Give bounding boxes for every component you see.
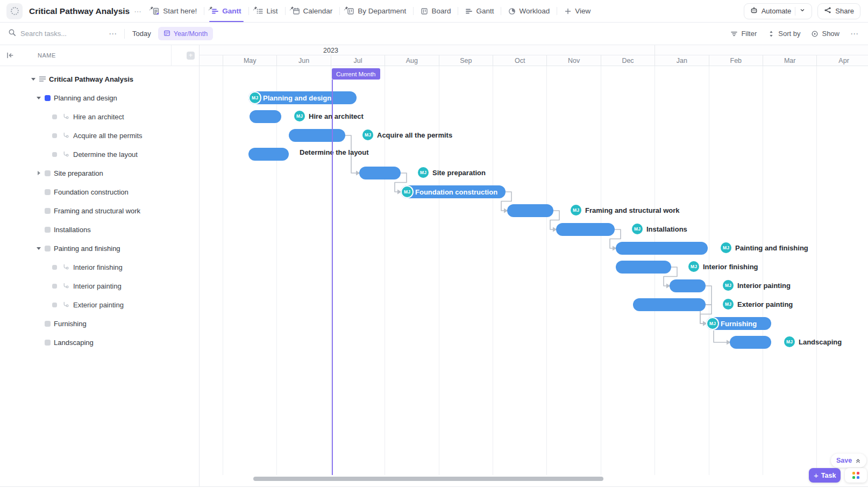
tree-row-label: Foundation construction: [54, 188, 129, 196]
tree-row-label: Critical Pathway Analysis: [49, 75, 133, 83]
tree-row-framing-and-structural-work[interactable]: Framing and structural work: [0, 202, 199, 220]
gantt-toolbar: ⋯ Today Year/Month Filter Sort by Show ⋯: [0, 23, 868, 45]
task-status-icon[interactable]: [45, 321, 51, 327]
assignee-avatar: MJ: [294, 111, 305, 121]
task-status-icon[interactable]: [45, 95, 51, 101]
add-view-button[interactable]: View: [558, 0, 597, 22]
automate-button[interactable]: Automate: [744, 3, 813, 19]
chevron-down-icon[interactable]: [799, 7, 806, 15]
title-more-icon[interactable]: ⋯: [134, 7, 143, 16]
gantt-bar-painting-and-finishing[interactable]: [616, 242, 708, 255]
tree-row-painting-and-finishing[interactable]: Painting and finishing: [0, 239, 199, 258]
gantt-bar-exterior-painting[interactable]: [633, 298, 706, 311]
gantt-bar-hire-an-architect[interactable]: [250, 110, 281, 123]
task-status-icon[interactable]: [52, 114, 57, 119]
gantt-bar-acquire-all-the-permits[interactable]: [289, 129, 345, 142]
year-label: 2023: [320, 47, 341, 54]
gantt-bar-site-preparation[interactable]: [359, 167, 401, 179]
subtask-icon: [62, 283, 69, 290]
gantt-bar-landscaping[interactable]: [730, 336, 771, 349]
gantt-chart: 2023 MayJunJulAugSepOctNovDecJanFebMarAp…: [200, 45, 868, 486]
expand-arrow-icon[interactable]: [35, 97, 42, 99]
search-box[interactable]: [8, 28, 101, 39]
task-status-icon[interactable]: [45, 208, 51, 214]
task-status-icon[interactable]: [52, 152, 57, 157]
tree-row-label: Site preparation: [54, 169, 103, 177]
tree-row-landscaping[interactable]: Landscaping: [0, 333, 199, 352]
month-label: Oct: [493, 55, 546, 66]
tab-calendar[interactable]: Calendar: [286, 0, 339, 22]
task-status-icon[interactable]: [45, 170, 51, 176]
tree-row-planning-and-design[interactable]: Planning and design: [0, 89, 199, 107]
plus-icon: [564, 8, 572, 15]
tree-row-interior-finishing[interactable]: Interior finishing: [0, 258, 199, 277]
gantt-bar-planning-and-design[interactable]: MJPlanning and design: [248, 91, 357, 104]
task-status-icon[interactable]: [45, 189, 51, 195]
tab-workload[interactable]: Workload: [502, 0, 556, 22]
gantt-bar-framing-and-structural-work[interactable]: [507, 204, 553, 217]
search-input[interactable]: [20, 30, 101, 38]
tree-row-hire-an-architect[interactable]: Hire an architect: [0, 107, 199, 126]
tree-row-acquire-all-the-permits[interactable]: Acquire all the permits: [0, 126, 199, 145]
task-name-label: Acquire all the permits: [377, 131, 452, 139]
tree-row-installations[interactable]: Installations: [0, 220, 199, 239]
horizontal-scrollbar[interactable]: [253, 477, 603, 481]
tab-gantt[interactable]: Gantt: [205, 0, 247, 22]
tree-row-interior-painting[interactable]: Interior painting: [0, 277, 199, 296]
tab-gantt[interactable]: Gantt: [459, 0, 500, 22]
filter-button[interactable]: Filter: [730, 30, 757, 38]
expand-arrow-icon[interactable]: [35, 171, 42, 175]
add-task-button[interactable]: + Task: [809, 468, 841, 483]
tree-row-site-preparation[interactable]: Site preparation: [0, 164, 199, 183]
tab-by-department[interactable]: By Department: [340, 0, 412, 22]
workspace-avatar[interactable]: [6, 3, 23, 19]
tab-list[interactable]: List: [250, 0, 284, 22]
gantt-bar-foundation-construction[interactable]: MJFoundation construction: [401, 185, 506, 198]
today-button[interactable]: Today: [132, 30, 151, 38]
expand-arrow-icon[interactable]: [35, 247, 42, 250]
gantt-bar-interior-finishing[interactable]: [616, 261, 671, 274]
tree-row-exterior-painting[interactable]: Exterior painting: [0, 296, 199, 314]
tree-row-foundation-construction[interactable]: Foundation construction: [0, 183, 199, 202]
month-label: Jul: [331, 55, 385, 66]
search-more-icon[interactable]: ⋯: [109, 29, 118, 39]
toolbar-more-icon[interactable]: ⋯: [850, 29, 859, 39]
gantt-bar-installations[interactable]: [556, 223, 615, 236]
tab-label: Gantt: [222, 7, 241, 15]
task-status-icon[interactable]: [52, 303, 57, 307]
task-status-icon[interactable]: [45, 340, 51, 346]
gantt-bar-interior-painting[interactable]: [670, 279, 706, 292]
tab-start-here-[interactable]: Start here!: [146, 0, 203, 22]
tree-row-furnishing[interactable]: Furnishing: [0, 314, 199, 333]
month-gridline: [601, 66, 601, 475]
task-status-icon[interactable]: [45, 227, 51, 233]
month-label: Feb: [709, 55, 763, 66]
list-view-icon[interactable]: [39, 75, 46, 83]
tab-label: Board: [431, 7, 451, 15]
timescale-button[interactable]: Year/Month: [158, 27, 213, 40]
gantt-icon: [465, 8, 473, 15]
pin-icon: [253, 4, 258, 12]
task-status-icon[interactable]: [52, 284, 57, 289]
save-button[interactable]: Save: [831, 454, 866, 468]
assignee-avatar: MJ: [784, 336, 795, 347]
gantt-bar-determine-the-layout[interactable]: [248, 148, 289, 161]
task-status-icon[interactable]: [45, 246, 51, 251]
add-column-button[interactable]: +: [187, 52, 195, 60]
expand-arrow-icon[interactable]: [30, 78, 37, 81]
task-status-icon[interactable]: [52, 265, 57, 270]
task-status-icon[interactable]: [52, 133, 57, 138]
collapse-sidebar-icon[interactable]: [5, 51, 14, 62]
calendar-icon: [293, 8, 300, 15]
divider: [124, 29, 125, 39]
tab-separator: [413, 7, 414, 15]
show-button[interactable]: Show: [811, 30, 839, 38]
share-button[interactable]: Share: [817, 3, 860, 19]
bar-external-label: MJInterior painting: [723, 280, 791, 291]
gantt-bar-furnishing[interactable]: MJFurnishing: [706, 317, 771, 330]
tree-row-critical-pathway-analysis[interactable]: Critical Pathway Analysis: [0, 70, 199, 89]
apps-grid-button[interactable]: [845, 468, 867, 483]
sort-button[interactable]: Sort by: [767, 30, 800, 38]
tab-board[interactable]: Board: [414, 0, 457, 22]
tree-row-determine-the-layout[interactable]: Determine the layout: [0, 145, 199, 164]
